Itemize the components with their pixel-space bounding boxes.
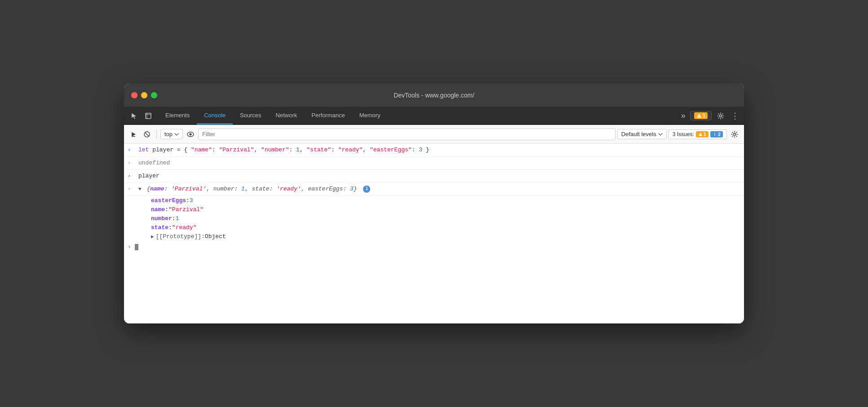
svg-rect-4 <box>132 136 135 137</box>
prototype-expand[interactable]: ▶ <box>151 234 154 239</box>
obj-prop-state: state: "ready" <box>124 223 744 232</box>
obj-prop-name: name: "Parzival" <box>124 205 744 214</box>
expand-triangle[interactable]: ▼ <box>138 186 142 192</box>
return-value-1: undefined <box>138 159 740 168</box>
svg-text:i: i <box>714 132 716 137</box>
console-line-return-1: ‹ undefined <box>124 157 744 170</box>
svg-marker-3 <box>132 132 136 137</box>
tab-sources[interactable]: Sources <box>233 107 269 124</box>
filter-input[interactable] <box>198 128 616 140</box>
console-prompt: › <box>128 243 131 250</box>
tab-performance[interactable]: Performance <box>304 107 352 124</box>
object-info-icon[interactable]: i <box>363 186 370 193</box>
more-options-icon[interactable]: ⋮ <box>730 110 740 122</box>
svg-point-2 <box>720 115 722 117</box>
input-arrow-2[interactable]: › <box>128 172 135 181</box>
tabbar-left-icons <box>128 107 155 124</box>
eye-icon[interactable] <box>185 128 196 140</box>
cursor-icon[interactable] <box>128 110 140 122</box>
clear-console-button[interactable] <box>141 128 153 140</box>
titlebar: DevTools - www.google.com/ <box>124 84 744 107</box>
tab-network[interactable]: Network <box>269 107 305 124</box>
svg-text:!: ! <box>699 115 700 118</box>
execute-script-button[interactable] <box>128 128 139 140</box>
svg-point-8 <box>190 133 192 135</box>
input-arrow-1[interactable]: › <box>128 146 135 155</box>
minimize-button[interactable] <box>141 92 147 98</box>
obj-prop-easterEggs: easterEggs: 3 <box>124 196 744 205</box>
console-input-cursor[interactable] <box>135 244 138 250</box>
toolbar-divider <box>156 130 157 139</box>
svg-line-6 <box>145 132 149 136</box>
issues-badge[interactable]: !1 <box>690 111 712 120</box>
window-title: DevTools - www.google.com/ <box>394 92 474 99</box>
console-line-input-2: › player <box>124 170 744 183</box>
console-toolbar: top Default levels 3 Issues: 1 i2 <box>124 125 744 144</box>
toolbar-issues[interactable]: 3 Issues: 1 i2 <box>669 129 727 139</box>
log-levels-selector[interactable]: Default levels <box>617 129 667 139</box>
object-header: ▼ {name: 'Parzival', number: 1, state: '… <box>138 185 740 194</box>
tab-console[interactable]: Console <box>197 107 233 124</box>
obj-prop-prototype: ▶ [[Prototype]]: Object <box>124 232 744 241</box>
input-code-1: let player = { "name": "Parzival", "numb… <box>138 146 740 155</box>
context-selector[interactable]: top <box>160 129 183 139</box>
maximize-button[interactable] <box>151 92 157 98</box>
toolbar-warn-badge: 1 <box>696 131 709 137</box>
devtools-window: DevTools - www.google.com/ Elements Cons <box>124 84 744 323</box>
warn-badge: !1 <box>694 112 708 119</box>
tabs: Elements Console Sources Network Perform… <box>158 107 679 124</box>
tab-elements[interactable]: Elements <box>158 107 197 124</box>
close-button[interactable] <box>131 92 137 98</box>
tabbar-right: » !1 ⋮ <box>679 107 740 124</box>
return-arrow-2: ‹ <box>128 185 135 194</box>
console-input-line: › <box>124 241 744 253</box>
svg-rect-0 <box>146 113 151 119</box>
settings-icon[interactable] <box>714 110 727 122</box>
more-tabs-button[interactable]: » <box>679 111 687 120</box>
console-line-object-header: ‹ ▼ {name: 'Parzival', number: 1, state:… <box>124 183 744 196</box>
console-settings-icon[interactable] <box>729 128 740 140</box>
tabbar: Elements Console Sources Network Perform… <box>124 107 744 125</box>
console-output: › let player = { "name": "Parzival", "nu… <box>124 144 744 323</box>
traffic-lights <box>131 92 157 98</box>
inspect-element-icon[interactable] <box>142 110 155 122</box>
tab-memory[interactable]: Memory <box>352 107 388 124</box>
return-arrow-1: ‹ <box>128 159 135 168</box>
console-line-input-1: › let player = { "name": "Parzival", "nu… <box>124 144 744 157</box>
input-code-2: player <box>138 172 740 181</box>
toolbar-info-badge: i2 <box>710 131 723 137</box>
obj-prop-number: number: 1 <box>124 214 744 223</box>
svg-point-10 <box>734 133 736 135</box>
